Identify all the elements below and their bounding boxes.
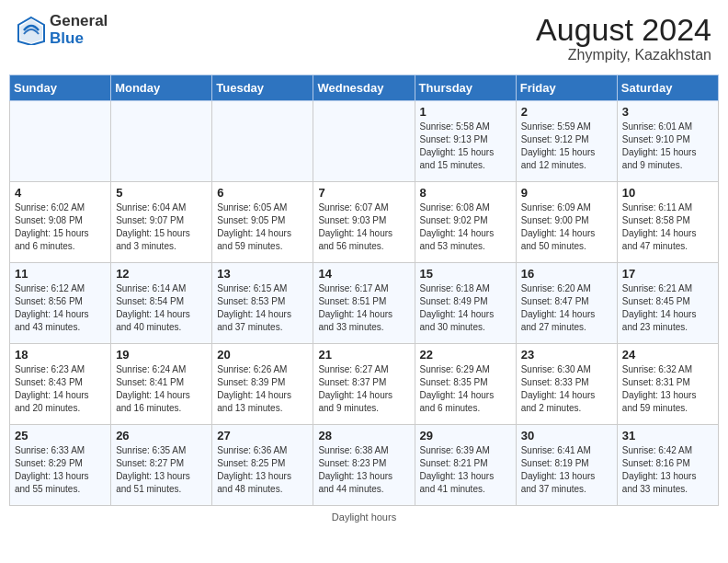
day-info: Sunrise: 6:20 AMSunset: 8:47 PMDaylight:…	[521, 282, 612, 334]
day-number: 23	[521, 348, 612, 362]
day-number: 8	[420, 186, 511, 200]
calendar-day-cell: 20Sunrise: 6:26 AMSunset: 8:39 PMDayligh…	[212, 344, 313, 425]
calendar-day-cell: 11Sunrise: 6:12 AMSunset: 8:56 PMDayligh…	[10, 263, 111, 344]
day-info: Sunrise: 6:29 AMSunset: 8:35 PMDaylight:…	[420, 363, 511, 415]
day-number: 12	[116, 267, 207, 281]
logo-blue: Blue	[50, 30, 108, 48]
title-block: August 2024 Zhympity, Kazakhstan	[536, 13, 711, 63]
calendar-day-cell: 30Sunrise: 6:41 AMSunset: 8:19 PMDayligh…	[516, 425, 617, 506]
calendar-day-cell: 2Sunrise: 5:59 AMSunset: 9:12 PMDaylight…	[516, 101, 617, 182]
calendar-day-cell: 16Sunrise: 6:20 AMSunset: 8:47 PMDayligh…	[516, 263, 617, 344]
day-number: 11	[15, 267, 106, 281]
day-info: Sunrise: 6:42 AMSunset: 8:16 PMDaylight:…	[622, 444, 713, 496]
day-number: 20	[217, 348, 308, 362]
calendar-day-cell: 23Sunrise: 6:30 AMSunset: 8:33 PMDayligh…	[516, 344, 617, 425]
weekday-header: Tuesday	[212, 75, 313, 101]
day-info: Sunrise: 6:18 AMSunset: 8:49 PMDaylight:…	[420, 282, 511, 334]
day-number: 14	[318, 267, 409, 281]
calendar-header-row: SundayMondayTuesdayWednesdayThursdayFrid…	[10, 75, 719, 101]
weekday-header: Thursday	[415, 75, 516, 101]
day-number: 3	[622, 105, 713, 119]
day-number: 5	[116, 186, 207, 200]
calendar-week-row: 1Sunrise: 5:58 AMSunset: 9:13 PMDaylight…	[10, 101, 719, 182]
calendar-day-cell: 14Sunrise: 6:17 AMSunset: 8:51 PMDayligh…	[313, 263, 415, 344]
day-number: 2	[521, 105, 612, 119]
day-info: Sunrise: 6:04 AMSunset: 9:07 PMDaylight:…	[116, 201, 207, 253]
day-number: 1	[420, 105, 511, 119]
day-info: Sunrise: 6:11 AMSunset: 8:58 PMDaylight:…	[622, 201, 713, 253]
calendar-day-cell: 22Sunrise: 6:29 AMSunset: 8:35 PMDayligh…	[415, 344, 516, 425]
day-info: Sunrise: 6:38 AMSunset: 8:23 PMDaylight:…	[318, 444, 409, 496]
day-info: Sunrise: 6:02 AMSunset: 9:08 PMDaylight:…	[15, 201, 106, 253]
day-number: 6	[217, 186, 308, 200]
calendar-day-cell: 26Sunrise: 6:35 AMSunset: 8:27 PMDayligh…	[111, 425, 212, 506]
calendar-table: SundayMondayTuesdayWednesdayThursdayFrid…	[9, 75, 719, 506]
day-info: Sunrise: 6:05 AMSunset: 9:05 PMDaylight:…	[217, 201, 308, 253]
calendar-day-cell: 25Sunrise: 6:33 AMSunset: 8:29 PMDayligh…	[10, 425, 111, 506]
day-info: Sunrise: 6:39 AMSunset: 8:21 PMDaylight:…	[420, 444, 511, 496]
day-number: 24	[622, 348, 713, 362]
calendar-day-cell: 6Sunrise: 6:05 AMSunset: 9:05 PMDaylight…	[212, 182, 313, 263]
day-info: Sunrise: 6:33 AMSunset: 8:29 PMDaylight:…	[15, 444, 106, 496]
day-info: Sunrise: 6:14 AMSunset: 8:54 PMDaylight:…	[116, 282, 207, 334]
day-number: 30	[521, 429, 612, 442]
calendar-day-cell: 4Sunrise: 6:02 AMSunset: 9:08 PMDaylight…	[10, 182, 111, 263]
calendar-day-cell: 24Sunrise: 6:32 AMSunset: 8:31 PMDayligh…	[617, 344, 718, 425]
weekday-header: Friday	[516, 75, 617, 101]
day-number: 18	[15, 348, 106, 362]
day-number: 16	[521, 267, 612, 281]
weekday-header: Monday	[111, 75, 212, 101]
location-subtitle: Zhympity, Kazakhstan	[536, 47, 711, 63]
weekday-header: Wednesday	[313, 75, 415, 101]
day-info: Sunrise: 6:35 AMSunset: 8:27 PMDaylight:…	[116, 444, 207, 496]
calendar-day-cell: 19Sunrise: 6:24 AMSunset: 8:41 PMDayligh…	[111, 344, 212, 425]
day-number: 22	[420, 348, 511, 362]
day-number: 31	[622, 429, 713, 442]
calendar-day-cell	[10, 101, 111, 182]
day-info: Sunrise: 6:27 AMSunset: 8:37 PMDaylight:…	[318, 363, 409, 415]
calendar-day-cell: 8Sunrise: 6:08 AMSunset: 9:02 PMDaylight…	[415, 182, 516, 263]
calendar-day-cell: 21Sunrise: 6:27 AMSunset: 8:37 PMDayligh…	[313, 344, 415, 425]
day-info: Sunrise: 6:17 AMSunset: 8:51 PMDaylight:…	[318, 282, 409, 334]
day-info: Sunrise: 6:09 AMSunset: 9:00 PMDaylight:…	[521, 201, 612, 253]
calendar-day-cell	[212, 101, 313, 182]
calendar-week-row: 18Sunrise: 6:23 AMSunset: 8:43 PMDayligh…	[10, 344, 719, 425]
day-info: Sunrise: 6:32 AMSunset: 8:31 PMDaylight:…	[622, 363, 713, 415]
day-number: 26	[116, 429, 207, 442]
logo: General Blue	[17, 13, 108, 47]
logo-icon	[17, 16, 46, 45]
day-info: Sunrise: 6:08 AMSunset: 9:02 PMDaylight:…	[420, 201, 511, 253]
day-number: 27	[217, 429, 308, 442]
calendar-day-cell: 3Sunrise: 6:01 AMSunset: 9:10 PMDaylight…	[617, 101, 718, 182]
logo-general: General	[50, 13, 108, 30]
day-number: 4	[15, 186, 106, 200]
day-number: 7	[318, 186, 409, 200]
day-number: 28	[318, 429, 409, 442]
day-number: 13	[217, 267, 308, 281]
day-info: Sunrise: 6:26 AMSunset: 8:39 PMDaylight:…	[217, 363, 308, 415]
page-header: General Blue August 2024 Zhympity, Kazak…	[9, 9, 719, 67]
weekday-header: Sunday	[10, 75, 111, 101]
calendar-day-cell: 17Sunrise: 6:21 AMSunset: 8:45 PMDayligh…	[617, 263, 718, 344]
calendar-day-cell	[111, 101, 212, 182]
calendar-day-cell	[313, 101, 415, 182]
day-info: Sunrise: 6:12 AMSunset: 8:56 PMDaylight:…	[15, 282, 106, 334]
calendar-day-cell: 27Sunrise: 6:36 AMSunset: 8:25 PMDayligh…	[212, 425, 313, 506]
day-info: Sunrise: 6:01 AMSunset: 9:10 PMDaylight:…	[622, 121, 713, 172]
logo-text: General Blue	[50, 13, 108, 47]
day-info: Sunrise: 6:07 AMSunset: 9:03 PMDaylight:…	[318, 201, 409, 253]
calendar-day-cell: 15Sunrise: 6:18 AMSunset: 8:49 PMDayligh…	[415, 263, 516, 344]
day-number: 21	[318, 348, 409, 362]
day-number: 9	[521, 186, 612, 200]
day-info: Sunrise: 6:21 AMSunset: 8:45 PMDaylight:…	[622, 282, 713, 334]
day-number: 29	[420, 429, 511, 442]
calendar-week-row: 4Sunrise: 6:02 AMSunset: 9:08 PMDaylight…	[10, 182, 719, 263]
calendar-week-row: 11Sunrise: 6:12 AMSunset: 8:56 PMDayligh…	[10, 263, 719, 344]
day-info: Sunrise: 6:36 AMSunset: 8:25 PMDaylight:…	[217, 444, 308, 496]
calendar-day-cell: 28Sunrise: 6:38 AMSunset: 8:23 PMDayligh…	[313, 425, 415, 506]
footer-note: Daylight hours	[9, 511, 719, 523]
day-number: 10	[622, 186, 713, 200]
calendar-day-cell: 31Sunrise: 6:42 AMSunset: 8:16 PMDayligh…	[617, 425, 718, 506]
calendar-week-row: 25Sunrise: 6:33 AMSunset: 8:29 PMDayligh…	[10, 425, 719, 506]
calendar-day-cell: 10Sunrise: 6:11 AMSunset: 8:58 PMDayligh…	[617, 182, 718, 263]
